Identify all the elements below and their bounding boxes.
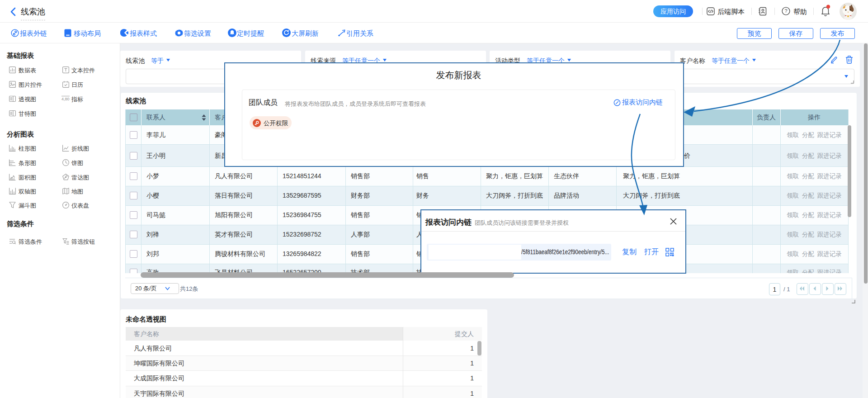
svg-text:?: ? (784, 8, 787, 14)
